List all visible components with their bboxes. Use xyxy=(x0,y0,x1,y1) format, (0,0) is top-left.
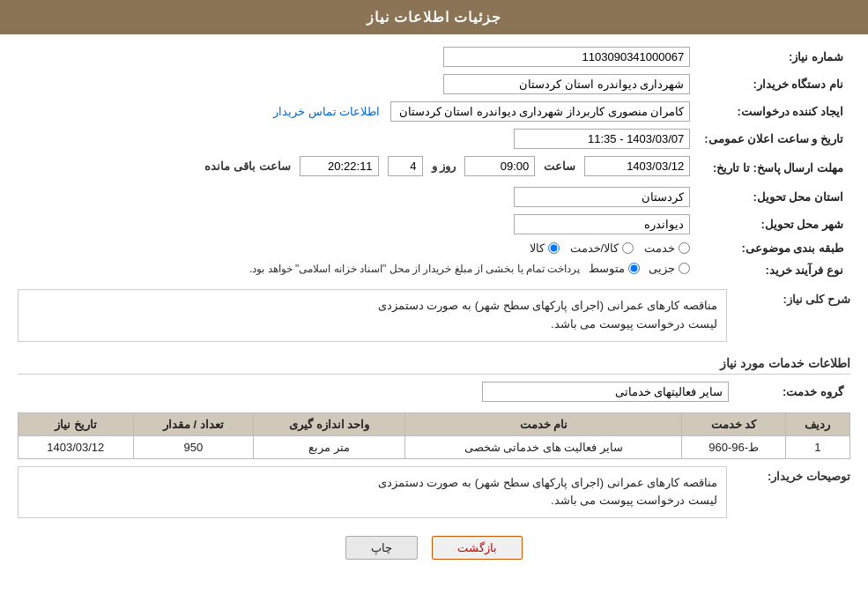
process-radio-partial[interactable]: جزیی xyxy=(649,262,690,275)
cell-unit: متر مربع xyxy=(254,435,405,458)
deadline-time-label: ساعت xyxy=(544,160,575,173)
request-number-label: شماره نیاز: xyxy=(789,50,843,63)
service-group-input xyxy=(482,382,729,402)
deadline-label: مهلت ارسال پاسخ: تا تاریخ: xyxy=(713,161,843,175)
cell-date: 1403/03/12 xyxy=(19,435,134,458)
col-header-date: تاریخ نیاز xyxy=(19,412,134,435)
category-radio-both[interactable]: کالا/خدمت xyxy=(570,241,634,255)
buyer-org-label: نام دستگاه خریدار: xyxy=(753,78,843,91)
process-radio-partial-input[interactable] xyxy=(679,263,690,274)
announce-datetime-label: تاریخ و ساعت اعلان عمومی: xyxy=(704,132,843,145)
category-radio-both-input[interactable] xyxy=(622,242,634,254)
print-button[interactable]: چاپ xyxy=(345,536,418,560)
category-both-label: کالا/خدمت xyxy=(570,241,619,255)
services-table: ردیف کد خدمت نام خدمت واحد اندازه گیری ت… xyxy=(18,412,850,459)
cell-quantity: 950 xyxy=(133,435,254,458)
buyer-org-input xyxy=(443,74,690,94)
category-goods-label: کالا xyxy=(530,241,545,255)
col-header-unit: واحد اندازه گیری xyxy=(254,412,405,435)
col-header-name: نام خدمت xyxy=(405,412,682,435)
province-input xyxy=(514,187,690,207)
process-label: نوع فرآیند خرید: xyxy=(765,264,843,277)
cell-name: سایر فعالیت های خدماتی شخصی xyxy=(405,435,682,458)
city-input xyxy=(514,214,690,234)
deadline-days-label: روز و xyxy=(432,160,456,173)
process-medium-label: متوسط xyxy=(589,262,625,275)
col-header-qty: تعداد / مقدار xyxy=(133,412,254,435)
cell-code: ط-96-960 xyxy=(682,435,785,458)
category-label: طبقه بندی موضوعی: xyxy=(741,241,843,255)
col-header-row: ردیف xyxy=(785,412,849,435)
service-group-label: گروه خدمت: xyxy=(783,385,843,398)
button-group: بازگشت چاپ xyxy=(18,536,850,560)
deadline-date-input xyxy=(584,156,690,176)
creator-input xyxy=(390,101,690,122)
category-service-label: خدمت xyxy=(644,241,675,255)
request-number-input xyxy=(443,47,690,67)
description-value: مناقصه کارهای عمرانی (اجرای پارکهای سطح … xyxy=(378,299,717,330)
process-radio-medium-input[interactable] xyxy=(628,263,640,274)
buyer-notes-label: توصیحات خریدار: xyxy=(736,466,850,483)
contact-link[interactable]: اطلاعات تماس خریدار xyxy=(273,105,380,118)
deadline-time-input xyxy=(464,156,535,176)
deadline-days-input xyxy=(388,156,423,176)
deadline-remaining-input xyxy=(300,156,379,176)
back-button[interactable]: بازگشت xyxy=(432,536,523,560)
province-label: استان محل تحویل: xyxy=(753,190,843,204)
description-label: شرح کلی نیاز: xyxy=(736,289,850,306)
deadline-remaining-label: ساعت باقی مانده xyxy=(204,160,290,173)
category-radio-goods-input[interactable] xyxy=(548,242,560,254)
table-row: 1ط-96-960سایر فعالیت های خدماتی شخصیمتر … xyxy=(19,435,850,458)
page-header: جزئیات اطلاعات نیاز xyxy=(0,0,868,34)
announce-datetime-input xyxy=(514,129,690,149)
process-partial-label: جزیی xyxy=(649,262,675,275)
process-note: پرداخت تمام یا بخشی از مبلغ خریدار از مح… xyxy=(249,263,580,275)
city-label: شهر محل تحویل: xyxy=(760,218,843,231)
process-radio-medium[interactable]: متوسط xyxy=(589,262,640,275)
category-radio-service-input[interactable] xyxy=(679,242,690,254)
page-title: جزئیات اطلاعات نیاز xyxy=(367,10,502,25)
services-section-title: اطلاعات خدمات مورد نیاز xyxy=(18,356,850,375)
category-radio-service[interactable]: خدمت xyxy=(644,241,690,255)
creator-label: ایجاد کننده درخواست: xyxy=(737,105,843,118)
col-header-code: کد خدمت xyxy=(682,412,785,435)
cell-row: 1 xyxy=(785,435,849,458)
category-radio-goods[interactable]: کالا xyxy=(530,241,560,255)
buyer-notes-value: مناقصه کارهای عمرانی (اجرای پارکهای سطح … xyxy=(378,476,717,508)
